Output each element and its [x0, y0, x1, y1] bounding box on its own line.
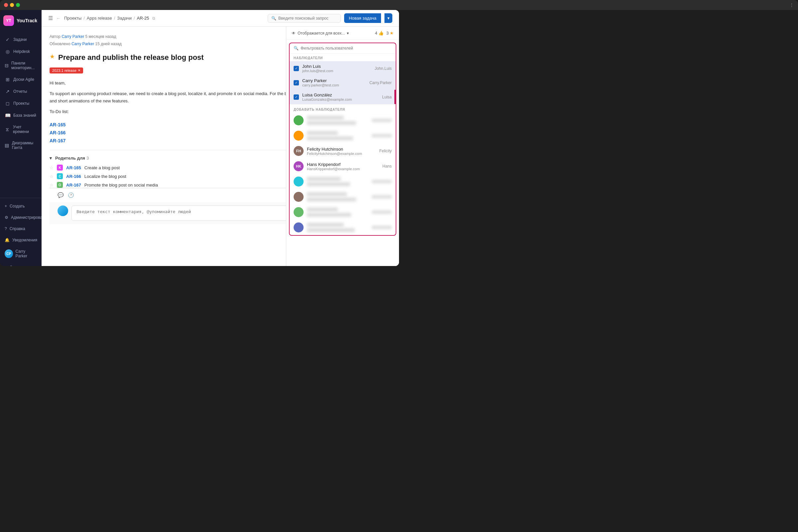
- linked-id-ar167[interactable]: AR-167: [66, 183, 81, 188]
- search-input[interactable]: [278, 16, 337, 21]
- watcher-item-john-luis[interactable]: ✓ John Luis john.luis@test.com John.Luis: [290, 61, 396, 75]
- logo-icon: YT: [3, 15, 14, 26]
- linked-star-ar167[interactable]: ☆: [50, 183, 54, 188]
- sidebar-item-tasks[interactable]: ✓ Задачи: [2, 34, 40, 45]
- star-count[interactable]: 3 ★: [386, 31, 394, 36]
- tag-remove[interactable]: ✕: [78, 69, 80, 72]
- watcher-username-john-luis: John.Luis: [375, 66, 392, 71]
- breadcrumb: Проекты / Apps release / Задачи / AR-25 …: [64, 16, 155, 21]
- search-box[interactable]: 🔍: [268, 14, 341, 23]
- content-area: Автор Carry Parker 5 месяцев назад Обнов…: [41, 26, 399, 266]
- felicity-avatar: FH: [293, 146, 304, 156]
- right-panel: 👁 Отображается для всех... ▾ 4 👍 3 ★: [286, 26, 399, 266]
- sidebar-item-knowledge[interactable]: 📖 База знаний: [2, 110, 40, 121]
- felicity-email: FelicityHutchinson@example.com: [307, 152, 376, 156]
- filter-input[interactable]: [301, 46, 392, 51]
- sidebar-item-reports[interactable]: ↗ Отчеты: [2, 86, 40, 97]
- logo-text: YouTrack: [17, 18, 37, 23]
- close-button[interactable]: [4, 3, 8, 7]
- user-avatar: CP: [5, 249, 13, 258]
- sidebar-item-gantt[interactable]: ▤ Диаграммы Ганта: [2, 138, 40, 153]
- collapse-icon: «: [5, 265, 7, 266]
- issue-tag: 2023.1 release ✕: [50, 68, 83, 74]
- user-item-hans[interactable]: HK Hans Krippendorf HansKrippendorf@exam…: [290, 158, 396, 174]
- parent-label: Родитель для: [55, 156, 85, 160]
- gantt-icon: ▤: [5, 142, 9, 148]
- watchers-header: 👁 Отображается для всех... ▾ 4 👍 3 ★: [286, 26, 399, 40]
- blurred-avatar-6: [293, 223, 304, 232]
- linked-id-ar165[interactable]: AR-165: [66, 165, 81, 170]
- history-icon[interactable]: 🕐: [68, 192, 74, 198]
- sidebar-item-label: Отчеты: [13, 89, 27, 94]
- comment-icon[interactable]: 💬: [58, 192, 64, 198]
- blurred-user-row-4: [290, 189, 396, 205]
- back-icon[interactable]: ←: [56, 16, 61, 21]
- watcher-email-carry-parker: carry.parker@test.com: [302, 83, 366, 87]
- reports-icon: ↗: [5, 89, 11, 94]
- watcher-info-john-luis: John Luis john.luis@test.com: [302, 64, 372, 73]
- watcher-name-luisa: Luisa González: [302, 92, 379, 97]
- copy-link-icon[interactable]: ⧉: [152, 16, 155, 21]
- breadcrumb-projects[interactable]: Проекты: [64, 16, 81, 21]
- main-area: ☰ ← Проекты / Apps release / Задачи / AR…: [41, 10, 399, 266]
- hans-info: Hans Krippendorf HansKrippendorf@example…: [307, 162, 379, 171]
- star-filled-icon: ★: [390, 31, 394, 36]
- tasks-icon: ✓: [5, 37, 11, 42]
- thumbs-up-count[interactable]: 4 👍: [375, 31, 384, 36]
- watcher-checkbox-carry-parker: ✓: [293, 80, 299, 86]
- sidebar-item-collapse[interactable]: « Свернуть: [2, 262, 40, 266]
- chevron-down-icon: ▾: [347, 31, 349, 36]
- new-task-dropdown-button[interactable]: ▾: [384, 13, 392, 23]
- sidebar-item-admin[interactable]: ⚙ Администрирован...: [2, 212, 40, 223]
- comment-icons: 💬 🕐: [58, 192, 74, 198]
- linked-badge-ar165: K: [57, 165, 63, 171]
- issue-title: Prepare and publish the release blog pos…: [58, 53, 204, 62]
- blurred-user-row-3: [290, 174, 396, 189]
- linked-title-ar167: Promote the blog post on social media: [84, 183, 158, 188]
- helpdesk-icon: ◎: [5, 49, 11, 54]
- updated-by[interactable]: Carry Parker: [72, 41, 94, 46]
- breadcrumb-tasks[interactable]: Задачи: [117, 16, 132, 21]
- user-item-felicity[interactable]: FH Felicity Hutchinson FelicityHutchinso…: [290, 143, 396, 158]
- sidebar-item-user[interactable]: CP Carry Parker: [2, 246, 40, 261]
- blurred-avatar-3: [293, 176, 304, 187]
- window-chrome: ⋮: [0, 0, 399, 10]
- sidebar-item-agile[interactable]: ⊞ Доски Agile: [2, 74, 40, 85]
- sidebar-item-label: Справка: [10, 226, 25, 231]
- blurred-user-row-2: [290, 128, 396, 143]
- hans-email: HansKrippendorf@example.com: [307, 167, 379, 171]
- user-name: Carry Parker: [16, 249, 37, 258]
- sidebar-item-dashboards[interactable]: ⊟ Панели мониторин...: [2, 58, 40, 73]
- issue-author[interactable]: Carry Parker: [61, 34, 84, 39]
- sidebar-item-label: Задачи: [13, 37, 26, 42]
- watcher-item-luisa[interactable]: ✓ Luisa González LuisaGonzalez@example.c…: [290, 90, 396, 104]
- star-icon[interactable]: ★: [50, 53, 55, 60]
- maximize-button[interactable]: [16, 3, 20, 7]
- sidebar-toggle-icon[interactable]: ☰: [48, 15, 53, 21]
- linked-star-ar166[interactable]: ☆: [50, 174, 54, 179]
- sidebar-item-create[interactable]: + Создать: [2, 201, 40, 211]
- sidebar-item-helpdesk[interactable]: ◎ Helpdesk: [2, 46, 40, 57]
- visibility-toggle[interactable]: 👁 Отображается для всех... ▾: [291, 31, 349, 36]
- watcher-item-carry-parker[interactable]: ✓ Carry Parker carry.parker@test.com Car…: [290, 75, 396, 90]
- sidebar-item-help[interactable]: ? Справка: [2, 224, 40, 234]
- sidebar-item-time[interactable]: ⧖ Учет времени: [2, 122, 40, 137]
- breadcrumb-project[interactable]: Apps release: [87, 16, 112, 21]
- created-time: 5 месяцев назад: [86, 34, 116, 39]
- linked-id-ar166[interactable]: AR-166: [66, 174, 81, 179]
- sidebar: YT YouTrack ✓ Задачи ◎ Helpdesk ⊟ Панели…: [0, 10, 41, 266]
- sidebar-logo[interactable]: YT YouTrack: [0, 10, 41, 31]
- section-toggle[interactable]: ▾: [50, 156, 52, 160]
- linked-badge-ar166: C: [57, 173, 63, 179]
- minimize-button[interactable]: [10, 3, 14, 7]
- filter-input-row: 🔍: [290, 43, 396, 54]
- notifications-icon: 🔔: [5, 238, 10, 242]
- linked-star-ar165[interactable]: ☆: [50, 165, 54, 170]
- eye-icon: 👁: [291, 31, 296, 36]
- sidebar-item-projects[interactable]: ◻ Проекты: [2, 98, 40, 109]
- watchers-counts: 4 👍 3 ★: [375, 31, 394, 36]
- watcher-name-carry-parker: Carry Parker: [302, 78, 366, 83]
- new-task-button[interactable]: Новая задача: [344, 13, 381, 23]
- sidebar-item-notifications[interactable]: 🔔 Уведомления: [2, 235, 40, 245]
- watcher-info-carry-parker: Carry Parker carry.parker@test.com: [302, 78, 366, 87]
